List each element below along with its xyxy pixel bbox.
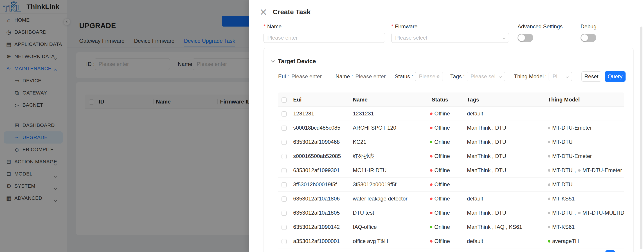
advanced-settings-field: Advanced Settings	[518, 24, 562, 42]
drawer-scrollbar[interactable]	[640, 26, 642, 249]
cell-name: KC21	[350, 139, 416, 145]
thing-model-dot	[548, 240, 550, 242]
tags-filter-select[interactable]: Please sel...	[467, 72, 505, 81]
row-checkbox[interactable]	[282, 196, 287, 202]
cell-name: MC11-IR DTU	[350, 167, 416, 174]
device-row[interactable]: s00016500ab52085红外抄表OfflineManThink , DT…	[278, 149, 624, 163]
thing-model-dot	[548, 184, 550, 186]
row-checkbox[interactable]	[282, 112, 287, 116]
tags-filter-label: Tags :	[450, 73, 465, 80]
cell-thing-model: MT-DTU	[545, 181, 624, 188]
status-filter-label: Status :	[395, 73, 413, 80]
debug-field: Debug	[580, 24, 596, 42]
cell-status: Offline	[416, 238, 464, 244]
row-checkbox[interactable]	[282, 239, 287, 244]
name-filter-input[interactable]	[355, 72, 391, 81]
thing-model-dot	[548, 198, 550, 200]
cell-tags: ManThink , DTU	[464, 139, 545, 145]
row-checkbox[interactable]	[282, 126, 287, 131]
device-row[interactable]: a353012af1000001office avg T&HOfflinedef…	[278, 234, 624, 248]
task-name-input[interactable]	[264, 33, 385, 43]
cell-thing-model: MT-DTU,MT-DTU-MULTIDEVICE	[545, 210, 624, 216]
device-row[interactable]: 3f53012b00019f5f3f53012b00019f5fOfflineM…	[278, 178, 624, 192]
status-dot	[430, 155, 432, 158]
device-row[interactable]: s00018bcd485c085ARCHI SPOT 120OfflineMan…	[278, 121, 624, 135]
cell-thing-model: MT-DTU-Emeter	[545, 125, 624, 131]
cell-eui: s00016500ab52085	[293, 153, 350, 159]
debug-toggle[interactable]	[580, 34, 596, 42]
query-button[interactable]: Query	[604, 71, 626, 82]
thing-model-dot	[578, 212, 580, 214]
device-row[interactable]: 6353012af1090142IAQ-officeOnlineManThink…	[278, 220, 624, 234]
cell-status: Offline	[416, 167, 464, 174]
firmware-placeholder: Please select	[395, 35, 427, 41]
name-filter: Name :	[336, 72, 391, 81]
chevron-down-icon	[566, 75, 569, 78]
status-dot	[430, 112, 432, 115]
required-asterisk: *	[391, 24, 393, 30]
select-all-devices-checkbox[interactable]	[282, 98, 287, 102]
cell-tags: default	[464, 238, 545, 244]
column-header-thing-model: Thing Model	[545, 92, 624, 107]
row-checkbox[interactable]	[282, 140, 287, 145]
column-header-status: Status	[416, 92, 464, 107]
cell-thing-model: MT-DTU-Emeter	[545, 153, 624, 159]
device-row[interactable]: 6353012af1099301MC11-IR DTUOfflineManThi…	[278, 163, 624, 178]
cell-name: 1231231	[350, 110, 416, 117]
column-header-tags: Tags	[464, 92, 545, 107]
status-dot	[430, 240, 432, 242]
row-checkbox[interactable]	[282, 154, 287, 159]
pagination-page-1[interactable]: 1	[605, 250, 615, 252]
target-device-collapse[interactable]: Target Device	[272, 58, 316, 65]
reset-button[interactable]: Reset	[582, 71, 601, 82]
status-filter-select[interactable]: Please se...	[415, 72, 443, 81]
cell-eui: 6353012af1099301	[293, 167, 350, 174]
eui-filter: Eui :	[278, 72, 332, 81]
cell-eui: 6353012af1090142	[293, 224, 350, 230]
drawer-mask[interactable]	[0, 0, 249, 252]
cell-eui: 6353012af1090468	[293, 139, 350, 145]
cell-status: Offline	[416, 181, 464, 188]
task-name-field: *Name	[264, 24, 385, 43]
thing-model-dot	[578, 169, 580, 172]
device-row[interactable]: 6353012af10a1806water leakage detectorOf…	[278, 192, 624, 206]
thing-model-filter-select[interactable]: Pl...	[548, 72, 572, 81]
drawer-title: Create Task	[273, 8, 310, 16]
eui-filter-input[interactable]	[291, 72, 332, 81]
row-checkbox[interactable]	[282, 210, 287, 216]
thing-model-dot	[548, 127, 550, 129]
chevron-down-icon	[271, 59, 275, 62]
advanced-settings-label: Advanced Settings	[518, 24, 562, 30]
row-checkbox[interactable]	[282, 225, 287, 230]
cell-eui: a353012af1000001	[293, 238, 350, 244]
column-header-name: Name	[350, 92, 416, 107]
row-checkbox[interactable]	[282, 182, 287, 188]
device-table-header: Eui Name Status Tags Thing Model	[278, 92, 624, 107]
cell-name: 红外抄表	[350, 152, 416, 160]
cell-tags: ManThink , DTU	[464, 167, 545, 174]
cell-tags: default	[464, 110, 545, 117]
device-row[interactable]: 6353012af10a1805DTU testOfflineManThink …	[278, 206, 624, 220]
advanced-settings-toggle[interactable]	[518, 34, 533, 42]
cell-eui: s00018bcd485c085	[293, 125, 350, 131]
cell-name: IAQ-office	[350, 224, 416, 230]
row-checkbox[interactable]	[282, 168, 287, 173]
status-dot	[430, 226, 432, 228]
device-row[interactable]: 12312311231231Offlinedefault	[278, 107, 624, 121]
device-row[interactable]: 6353012af1090468KC21OnlineManThink , DTU…	[278, 135, 624, 149]
cell-name: DTU test	[350, 210, 416, 216]
chevron-down-icon	[503, 36, 506, 40]
close-icon[interactable]: ×	[260, 7, 267, 17]
cell-eui: 6353012af10a1805	[293, 210, 350, 216]
thing-model-filter-placeholder: Pl...	[552, 73, 562, 80]
cell-name: ARCHI SPOT 120	[350, 125, 416, 131]
tags-filter-placeholder: Please sel...	[470, 73, 500, 80]
cell-status: Offline	[416, 153, 464, 159]
required-asterisk: *	[264, 24, 266, 30]
device-table-body: 12312311231231Offlinedefaults00018bcd485…	[278, 107, 624, 248]
cell-thing-model: MT-DTU,MT-DTU-Emeter	[545, 167, 624, 174]
cell-eui: 1231231	[293, 110, 350, 117]
status-dot	[430, 127, 432, 129]
cell-status: Offline	[416, 196, 464, 202]
firmware-select[interactable]: Please select	[391, 33, 509, 43]
